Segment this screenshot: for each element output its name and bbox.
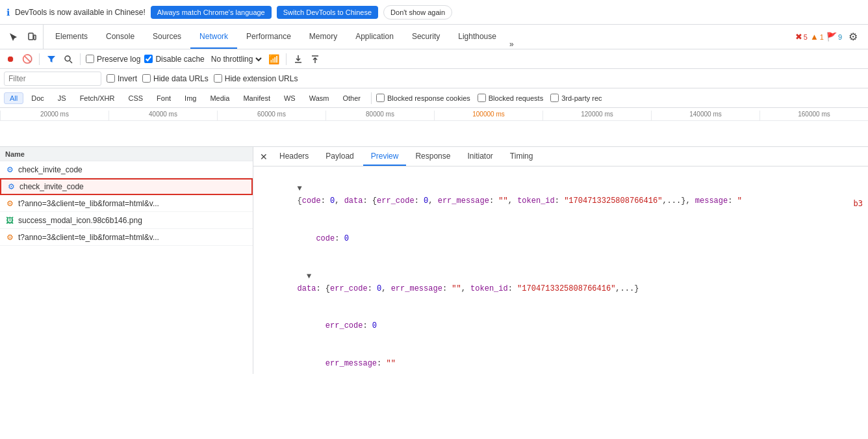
hide-data-urls-label[interactable]: Hide data URLs xyxy=(142,74,209,83)
type-fetch-xhr[interactable]: Fetch/XHR xyxy=(74,92,121,104)
tab-lighthouse[interactable]: Lighthouse xyxy=(449,25,505,49)
detail-tab-response[interactable]: Response xyxy=(407,147,458,166)
request-row-4[interactable]: 🖼 success_modal_icon.98c6b146.png xyxy=(0,212,253,229)
detail-tab-initiator[interactable]: Initiator xyxy=(459,147,500,166)
tab-memory[interactable]: Memory xyxy=(300,25,346,49)
request-row-5[interactable]: ⚙ t?anno=3&client=te_lib&format=html&v..… xyxy=(0,229,253,246)
dismiss-button[interactable]: Don't show again xyxy=(383,5,452,20)
wifi-icon[interactable]: 📶 xyxy=(268,53,281,66)
svg-line-3 xyxy=(70,60,73,63)
request-row-2[interactable]: ⚙ check_invite_code xyxy=(0,178,253,195)
preserve-log-checkbox[interactable] xyxy=(86,55,94,63)
tab-security[interactable]: Security xyxy=(403,25,449,49)
tab-elements[interactable]: Elements xyxy=(46,25,97,49)
preview-panel: ▼ {code: 0, data: {err_code: 0, err_mess… xyxy=(253,166,868,374)
info-message: DevTools is now available in Chinese! xyxy=(15,8,146,17)
switch-language-button[interactable]: Switch DevTools to Chinese xyxy=(277,6,378,19)
type-css[interactable]: CSS xyxy=(122,92,149,104)
type-all[interactable]: All xyxy=(4,92,23,104)
preserve-log-label[interactable]: Preserve log xyxy=(86,55,140,64)
request-row-3[interactable]: ⚙ t?anno=3&client=te_lib&format=html&v..… xyxy=(0,195,253,212)
tick-5: 100000 ms xyxy=(434,111,542,120)
type-filter-bar: All Doc JS Fetch/XHR CSS Font Img Media … xyxy=(0,88,868,108)
detail-tab-preview[interactable]: Preview xyxy=(363,147,407,166)
network-toolbar: ⏺ 🚫 Preserve log Disable cache No thrott… xyxy=(0,49,868,69)
disable-cache-label[interactable]: Disable cache xyxy=(144,55,204,64)
type-media[interactable]: Media xyxy=(204,92,235,104)
warning-count: 1 xyxy=(820,33,824,41)
blocked-cookies-checkbox[interactable] xyxy=(376,94,385,102)
blocked-cookies-label[interactable]: Blocked response cookies xyxy=(376,94,470,102)
doc-icon-3: ⚙ xyxy=(5,199,14,208)
tab-application[interactable]: Application xyxy=(346,25,403,49)
requests-header: Name xyxy=(0,147,253,161)
import-har-button[interactable] xyxy=(309,53,322,66)
type-img[interactable]: Img xyxy=(179,92,202,104)
type-wasm[interactable]: Wasm xyxy=(303,92,335,104)
tab-console[interactable]: Console xyxy=(97,25,144,49)
request-row-1[interactable]: ⚙ check_invite_code xyxy=(0,161,253,178)
type-js[interactable]: JS xyxy=(52,92,72,104)
invert-text: Invert xyxy=(118,74,137,83)
detail-tab-timing[interactable]: Timing xyxy=(502,147,541,166)
invert-checkbox[interactable] xyxy=(107,74,115,83)
requests-name-header: Name xyxy=(5,150,25,158)
more-tabs-button[interactable]: » xyxy=(505,40,518,49)
hide-ext-urls-label[interactable]: Hide extension URLs xyxy=(214,74,298,83)
detail-tab-payload[interactable]: Payload xyxy=(318,147,361,166)
type-other[interactable]: Other xyxy=(337,92,366,104)
preserve-log-text: Preserve log xyxy=(97,55,140,64)
hide-ext-urls-checkbox[interactable] xyxy=(214,74,222,83)
svg-rect-1 xyxy=(34,35,36,40)
json-line-1: ▼ {code: 0, data: {err_code: 0, err_mess… xyxy=(260,170,862,220)
main-tabs: Elements Console Sources Network Perform… xyxy=(44,25,791,49)
third-party-text: 3rd-party rec xyxy=(561,94,602,102)
hide-ext-urls-text: Hide extension URLs xyxy=(225,74,298,83)
settings-button[interactable]: ⚙ xyxy=(845,29,862,46)
invert-label[interactable]: Invert xyxy=(107,74,137,83)
third-party-checkbox[interactable] xyxy=(550,94,559,102)
blocked-requests-text: Blocked requests xyxy=(489,94,543,102)
tab-network[interactable]: Network xyxy=(190,25,237,49)
type-ws[interactable]: WS xyxy=(278,92,301,104)
type-font[interactable]: Font xyxy=(151,92,177,104)
third-party-label[interactable]: 3rd-party rec xyxy=(550,94,602,102)
doc-icon-5: ⚙ xyxy=(5,233,14,242)
tick-6: 120000 ms xyxy=(542,111,651,120)
filter-button[interactable] xyxy=(45,53,58,66)
export-har-button[interactable] xyxy=(292,53,305,66)
tab-performance[interactable]: Performance xyxy=(237,25,300,49)
svg-rect-0 xyxy=(29,33,33,40)
throttle-select[interactable]: No throttling xyxy=(209,54,264,64)
filter-input[interactable] xyxy=(4,72,101,86)
record-button[interactable]: ⏺ xyxy=(4,53,17,66)
tick-4: 80000 ms xyxy=(326,111,434,120)
detail-close-button[interactable]: ✕ xyxy=(257,150,270,163)
tab-sources[interactable]: Sources xyxy=(144,25,190,49)
toolbar-right: ✖ 5 ▲ 1 🚩 9 ⚙ xyxy=(791,29,865,46)
info-count-icon: 🚩 xyxy=(826,32,837,42)
device-toolbar-button[interactable] xyxy=(23,29,40,46)
type-doc[interactable]: Doc xyxy=(25,92,50,104)
type-manifest[interactable]: Manifest xyxy=(237,92,276,104)
clear-button[interactable]: 🚫 xyxy=(21,53,34,66)
disable-cache-checkbox[interactable] xyxy=(144,55,153,63)
detail-tab-headers[interactable]: Headers xyxy=(272,147,316,166)
request-name-4: success_modal_icon.98c6b146.png xyxy=(18,216,142,225)
request-name-1: check_invite_code xyxy=(18,165,83,174)
main-toolbar: Elements Console Sources Network Perform… xyxy=(0,25,868,49)
throttle-select-wrapper[interactable]: No throttling xyxy=(209,54,264,64)
blocked-requests-label[interactable]: Blocked requests xyxy=(478,94,543,102)
json-line-4: err_code: 0 xyxy=(260,308,862,345)
search-button[interactable] xyxy=(62,53,75,66)
separator-2 xyxy=(80,53,81,65)
warning-badge: ▲ 1 xyxy=(810,32,824,42)
match-language-button[interactable]: Always match Chrome's language xyxy=(151,6,272,19)
inspect-element-button[interactable] xyxy=(5,29,22,46)
hide-data-urls-checkbox[interactable] xyxy=(142,74,151,83)
blocked-requests-checkbox[interactable] xyxy=(478,94,486,102)
detail-tabs: ✕ Headers Payload Preview Response Initi… xyxy=(253,147,868,166)
content-area: Name ⚙ check_invite_code ⚙ check_invite_… xyxy=(0,147,868,374)
devtools-icons xyxy=(3,25,44,49)
fetch-icon-2: ⚙ xyxy=(6,182,16,191)
